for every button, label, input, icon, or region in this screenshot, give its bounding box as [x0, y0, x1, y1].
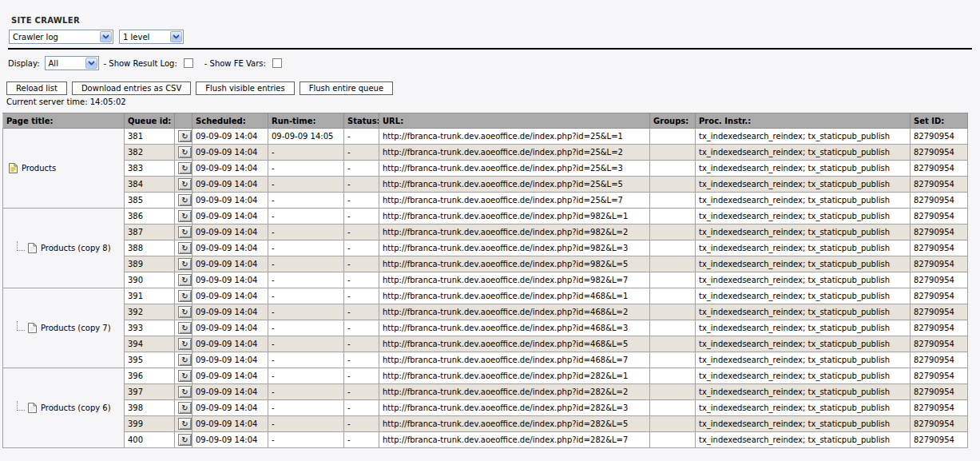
refresh-entry-button[interactable]: ↻	[178, 418, 192, 430]
refresh-entry-button[interactable]: ↻	[178, 322, 192, 334]
cell-proc-instr: tx_indexedsearch_reindex; tx_staticpub_p…	[696, 336, 911, 352]
refresh-icon: ↻	[181, 388, 188, 396]
cell-scheduled: 09-09-09 14:04	[192, 400, 268, 416]
cell-url: http://fbranca-trunk.dev.aoeoffice.de/in…	[379, 256, 650, 272]
refresh-entry-button[interactable]: ↻	[178, 402, 192, 414]
flush-visible-button[interactable]: Flush visible entries	[196, 81, 294, 95]
function-select-row: Crawler log 1 level	[9, 30, 980, 44]
refresh-icon: ↻	[181, 356, 188, 364]
flush-queue-button[interactable]: Flush entire queue	[300, 81, 393, 95]
depth-select[interactable]: 1 level	[119, 30, 184, 44]
refresh-icon: ↻	[181, 372, 188, 380]
cell-status: -	[344, 432, 379, 448]
cell-url: http://fbranca-trunk.dev.aoeoffice.de/in…	[379, 320, 650, 336]
cell-run-time: -	[268, 272, 344, 288]
refresh-entry-button[interactable]: ↻	[178, 162, 192, 174]
cell-refresh: ↻	[175, 320, 192, 336]
cell-queue-id: 397	[125, 384, 175, 400]
cell-set-id: 82790954	[911, 161, 968, 177]
cell-groups	[650, 336, 696, 352]
page-title-label: Products (copy 7)	[41, 324, 111, 332]
cell-queue-id: 394	[125, 336, 175, 352]
page-icon	[27, 402, 38, 414]
cell-set-id: 82790954	[911, 368, 968, 384]
cell-proc-instr: tx_indexedsearch_reindex; tx_staticpub_p…	[696, 304, 911, 320]
function-select[interactable]: Crawler log	[9, 30, 113, 44]
cell-scheduled: 09-09-09 14:04	[192, 320, 268, 336]
cell-url: http://fbranca-trunk.dev.aoeoffice.de/in…	[379, 129, 650, 145]
cell-run-time: -	[268, 240, 344, 256]
cell-queue-id: 398	[125, 400, 175, 416]
cell-run-time: -	[268, 145, 344, 161]
cell-url: http://fbranca-trunk.dev.aoeoffice.de/in…	[379, 161, 650, 177]
page-title-cell: Products (copy 6)	[3, 368, 125, 448]
cell-run-time: -	[268, 225, 344, 240]
separator-rule	[8, 48, 972, 50]
show-fe-vars-checkbox[interactable]	[272, 58, 282, 68]
table-header-row: Page title:Queue id:Scheduled:Run-time:S…	[3, 113, 968, 129]
cell-run-time: -	[268, 161, 344, 177]
cell-scheduled: 09-09-09 14:04	[192, 161, 268, 177]
queue-row: 390↻09-09-09 14:04--http://fbranca-trunk…	[3, 272, 968, 288]
cell-run-time: -	[268, 384, 344, 400]
refresh-entry-button[interactable]: ↻	[178, 386, 192, 398]
refresh-entry-button[interactable]: ↻	[178, 274, 192, 286]
cell-refresh: ↻	[175, 129, 192, 145]
display-select[interactable]: All	[45, 56, 99, 70]
refresh-icon: ↻	[181, 292, 188, 300]
cell-refresh: ↻	[175, 177, 192, 193]
cell-queue-id: 393	[125, 320, 175, 336]
cell-status: -	[344, 400, 379, 416]
chevron-down-icon	[170, 31, 182, 42]
refresh-entry-button[interactable]: ↻	[178, 258, 192, 270]
cell-queue-id: 396	[125, 368, 175, 384]
column-header	[175, 113, 192, 129]
queue-row: 383↻09-09-09 14:04--http://fbranca-trunk…	[3, 161, 968, 177]
cell-status: -	[344, 129, 379, 145]
tree-branch-line	[17, 401, 25, 411]
show-result-log-checkbox[interactable]	[184, 58, 193, 68]
cell-refresh: ↻	[175, 193, 192, 209]
refresh-entry-button[interactable]: ↻	[178, 130, 192, 142]
cell-set-id: 82790954	[911, 272, 968, 288]
refresh-entry-button[interactable]: ↻	[178, 290, 192, 302]
cell-groups	[650, 225, 696, 240]
refresh-entry-button[interactable]: ↻	[178, 370, 192, 382]
column-header: Proc. Instr.:	[696, 113, 911, 129]
action-button-row: Reload list Download entries as CSV Flus…	[6, 81, 980, 95]
cell-set-id: 82790954	[911, 209, 968, 225]
queue-row: 392↻09-09-09 14:04--http://fbranca-trunk…	[3, 304, 968, 320]
refresh-entry-button[interactable]: ↻	[178, 146, 192, 158]
reload-list-button[interactable]: Reload list	[6, 81, 67, 95]
refresh-entry-button[interactable]: ↻	[178, 306, 192, 318]
cell-refresh: ↻	[175, 209, 192, 225]
cell-set-id: 82790954	[911, 225, 968, 240]
refresh-entry-button[interactable]: ↻	[178, 194, 192, 206]
refresh-entry-button[interactable]: ↻	[178, 354, 192, 366]
refresh-entry-button[interactable]: ↻	[178, 242, 192, 254]
download-csv-button[interactable]: Download entries as CSV	[72, 81, 191, 95]
refresh-entry-button[interactable]: ↻	[178, 210, 192, 222]
cell-url: http://fbranca-trunk.dev.aoeoffice.de/in…	[379, 368, 650, 384]
refresh-entry-button[interactable]: ↻	[178, 338, 192, 350]
cell-proc-instr: tx_indexedsearch_reindex; tx_staticpub_p…	[696, 256, 911, 272]
refresh-icon: ↻	[181, 436, 188, 444]
refresh-entry-button[interactable]: ↻	[178, 178, 192, 190]
cell-refresh: ↻	[175, 368, 192, 384]
cell-queue-id: 389	[125, 256, 175, 272]
cell-refresh: ↻	[175, 304, 192, 320]
cell-set-id: 82790954	[911, 288, 968, 304]
cell-status: -	[344, 193, 379, 209]
queue-row: 393↻09-09-09 14:04--http://fbranca-trunk…	[3, 320, 968, 336]
cell-run-time: -	[268, 432, 344, 448]
crawler-log-table: Page title:Queue id:Scheduled:Run-time:S…	[2, 113, 968, 448]
refresh-entry-button[interactable]: ↻	[178, 226, 192, 238]
page-icon	[27, 242, 38, 254]
refresh-entry-button[interactable]: ↻	[178, 434, 192, 446]
page-title-label: Products (copy 6)	[41, 403, 111, 412]
cell-groups	[650, 129, 696, 145]
cell-groups	[650, 352, 696, 368]
cell-set-id: 82790954	[911, 432, 968, 448]
cell-proc-instr: tx_indexedsearch_reindex; tx_staticpub_p…	[696, 209, 911, 225]
cell-queue-id: 387	[125, 225, 175, 240]
